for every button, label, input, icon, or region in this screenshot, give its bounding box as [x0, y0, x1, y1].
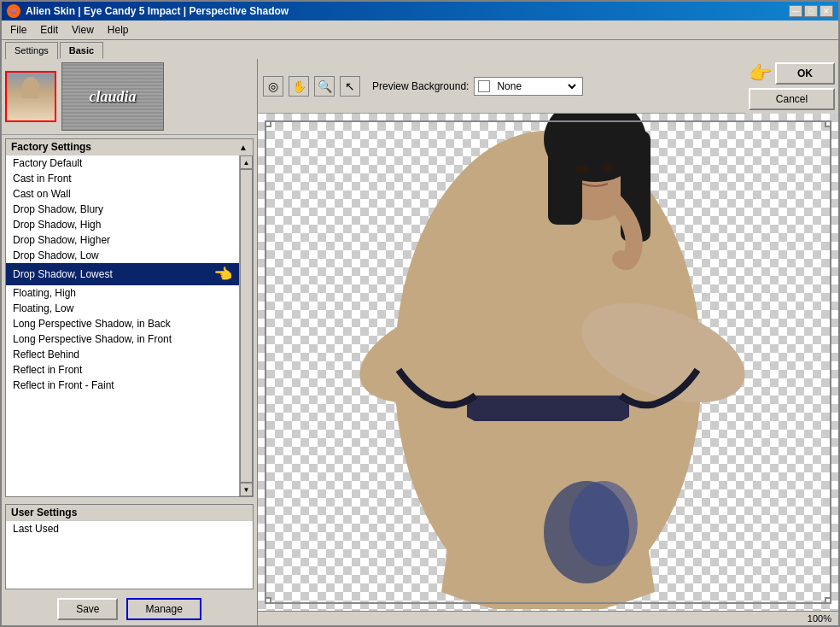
- svg-rect-8: [467, 396, 629, 421]
- preset-item[interactable]: Long Perspective Shadow, in Back: [6, 316, 239, 331]
- svg-point-10: [569, 481, 638, 566]
- resize-handle-bl[interactable]: [265, 597, 271, 604]
- zoom-level: 100%: [808, 613, 831, 624]
- window-title: Alien Skin | Eye Candy 5 Impact | Perspe…: [26, 5, 289, 17]
- resize-handle-tr[interactable]: [825, 120, 831, 127]
- preset-item[interactable]: Drop Shadow, Low: [6, 248, 239, 263]
- preset-item[interactable]: Drop Shadow, High: [6, 217, 239, 232]
- preset-list: Factory DefaultCast in FrontCast on Wall…: [6, 155, 239, 496]
- preset-section-title: Factory Settings: [11, 141, 91, 153]
- menu-help[interactable]: Help: [102, 22, 134, 38]
- selected-item-arrow: 👈: [213, 265, 232, 284]
- ok-cancel-area: 👉 OK Cancel: [745, 59, 838, 114]
- title-buttons: — □ ✕: [789, 5, 833, 17]
- right-top: ◎ ✋ 🔍 ↖ Preview Background: None White B…: [258, 59, 838, 114]
- preset-item[interactable]: Cast on Wall: [6, 186, 239, 202]
- user-section-header: User Settings: [6, 505, 253, 521]
- user-section: User Settings Last Used: [5, 504, 254, 589]
- canvas-area: [258, 114, 838, 611]
- user-last-used[interactable]: Last Used: [6, 521, 253, 536]
- resize-handle-tl[interactable]: [265, 120, 271, 127]
- preset-item[interactable]: Reflect in Front: [6, 362, 239, 378]
- ok-hint-arrow: 👉: [749, 62, 772, 85]
- scrollbar-up[interactable]: ▲: [240, 155, 253, 169]
- tool-pan[interactable]: ✋: [289, 76, 309, 97]
- tool-zoom[interactable]: 🔍: [314, 76, 335, 97]
- scrollbar-thumb[interactable]: [240, 169, 253, 483]
- ok-row: 👉 OK: [749, 62, 835, 85]
- preview-bg-select[interactable]: None White Black Custom: [474, 77, 583, 96]
- logo-preview: claudia: [61, 62, 164, 131]
- thumbnail-row: claudia: [2, 59, 257, 135]
- menu-file[interactable]: File: [5, 22, 32, 38]
- resize-handle-br[interactable]: [825, 597, 831, 604]
- thumbnail-preview[interactable]: [5, 71, 56, 122]
- main-window: 👾 Alien Skin | Eye Candy 5 Impact | Pers…: [0, 0, 840, 627]
- minimize-button[interactable]: —: [789, 5, 802, 17]
- toolbar: ◎ ✋ 🔍 ↖ Preview Background: None White B…: [258, 59, 745, 114]
- svg-point-11: [575, 165, 589, 173]
- ok-button[interactable]: OK: [775, 62, 835, 85]
- menu-edit[interactable]: Edit: [35, 22, 63, 38]
- preview-bg-dropdown[interactable]: None White Black Custom: [493, 79, 579, 93]
- scrollbar[interactable]: ▲ ▼: [239, 155, 253, 496]
- menu-view[interactable]: View: [67, 22, 99, 38]
- save-button[interactable]: Save: [57, 598, 118, 620]
- preset-item[interactable]: Drop Shadow, Lowest👈: [6, 263, 239, 285]
- app-icon: 👾: [7, 4, 20, 18]
- preset-item[interactable]: Reflect Behind: [6, 347, 239, 362]
- preview-bg-color-swatch: [478, 80, 490, 92]
- model-svg: [330, 114, 766, 609]
- bottom-buttons: Save Manage: [2, 593, 257, 625]
- left-panel: claudia Factory Settings ▲ Factory Defau…: [2, 59, 258, 625]
- status-bar: 100%: [258, 611, 838, 625]
- preset-section-header: Factory Settings ▲: [6, 139, 253, 155]
- right-panel: ◎ ✋ 🔍 ↖ Preview Background: None White B…: [258, 59, 838, 625]
- preset-item[interactable]: Drop Shadow, Blury: [6, 202, 239, 217]
- tool-arrow[interactable]: ↖: [340, 76, 360, 97]
- title-bar: 👾 Alien Skin | Eye Candy 5 Impact | Pers…: [2, 2, 838, 21]
- preset-item[interactable]: Floating, Low: [6, 301, 239, 316]
- scrollbar-down[interactable]: ▼: [240, 483, 253, 496]
- svg-point-12: [601, 163, 615, 172]
- scroll-up-btn[interactable]: ▲: [239, 143, 248, 152]
- preset-item[interactable]: Reflect in Front - Faint: [6, 378, 239, 393]
- tool-select[interactable]: ◎: [263, 76, 283, 97]
- canvas-container: 100%: [258, 114, 838, 625]
- menu-bar: File Edit View Help: [2, 21, 838, 40]
- cancel-button[interactable]: Cancel: [749, 88, 835, 110]
- preset-item[interactable]: Long Perspective Shadow, in Front: [6, 331, 239, 347]
- tab-basic[interactable]: Basic: [60, 42, 103, 59]
- tab-settings[interactable]: Settings: [5, 42, 58, 59]
- preset-item[interactable]: Floating, High: [6, 285, 239, 301]
- preset-item[interactable]: Cast in Front: [6, 171, 239, 186]
- close-button[interactable]: ✕: [820, 5, 833, 17]
- preset-item[interactable]: Drop Shadow, Higher: [6, 232, 239, 248]
- title-bar-left: 👾 Alien Skin | Eye Candy 5 Impact | Pers…: [7, 4, 289, 18]
- tab-bar: Settings Basic: [2, 40, 838, 59]
- canvas-image: [258, 114, 838, 611]
- preset-item[interactable]: Factory Default: [6, 155, 239, 171]
- preset-section: Factory Settings ▲ Factory DefaultCast i…: [5, 138, 254, 497]
- svg-rect-4: [548, 122, 582, 225]
- preview-bg-label: Preview Background:: [372, 80, 469, 92]
- content-area: claudia Factory Settings ▲ Factory Defau…: [2, 59, 838, 625]
- manage-button[interactable]: Manage: [126, 598, 201, 620]
- maximize-button[interactable]: □: [804, 5, 818, 17]
- preset-list-wrapper: Factory DefaultCast in FrontCast on Wall…: [6, 155, 253, 496]
